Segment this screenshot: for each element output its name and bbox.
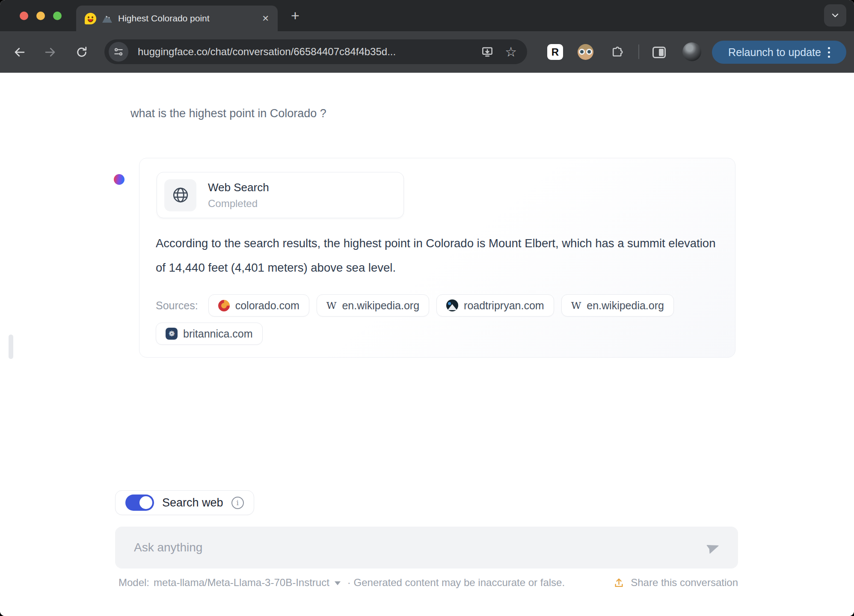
huggingchat-favicon-icon xyxy=(85,13,96,24)
share-label: Share this conversation xyxy=(631,577,738,589)
sidebar-drag-handle[interactable] xyxy=(9,335,13,359)
colorado-favicon-icon xyxy=(216,297,232,314)
toolbar-divider xyxy=(638,44,639,59)
browser-menu-icon[interactable] xyxy=(828,47,830,58)
maximize-window-button[interactable] xyxy=(53,12,62,20)
back-arrow-icon xyxy=(13,46,26,59)
source-chip-wikipedia-1[interactable]: W en.wikipedia.org xyxy=(317,294,429,317)
send-button[interactable] xyxy=(706,541,720,554)
wikipedia-favicon-icon: W xyxy=(326,300,337,311)
share-upload-icon xyxy=(613,577,625,589)
search-web-label: Search web xyxy=(162,496,223,509)
browser-window: Highest Colorado point ✕ + xyxy=(0,0,854,616)
source-chip-colorado[interactable]: colorado.com xyxy=(208,294,309,317)
paper-plane-icon xyxy=(704,539,722,556)
chevron-down-icon xyxy=(830,10,840,21)
back-button[interactable] xyxy=(10,43,29,62)
site-settings-button[interactable] xyxy=(109,42,128,62)
source-domain: britannica.com xyxy=(183,328,253,340)
extension-memoji-button[interactable] xyxy=(578,44,593,60)
tab-highest-colorado-point[interactable]: Highest Colorado point ✕ xyxy=(76,6,278,31)
side-panel-icon xyxy=(652,47,666,58)
source-domain: colorado.com xyxy=(235,299,299,312)
minimize-window-button[interactable] xyxy=(36,12,45,20)
forward-button[interactable] xyxy=(41,43,59,62)
source-domain: roadtripryan.com xyxy=(464,299,544,312)
browser-toolbar: huggingface.co/chat/conversation/6658440… xyxy=(0,31,854,73)
urlbar-actions: ☆ xyxy=(481,45,523,59)
browser-profile-avatar[interactable] xyxy=(682,42,701,61)
tool-title: Web Search xyxy=(208,181,269,194)
assistant-answer-text: According to the search results, the hig… xyxy=(156,231,725,280)
reload-button[interactable] xyxy=(72,43,91,62)
tab-close-icon[interactable]: ✕ xyxy=(262,13,269,24)
model-dropdown-caret-icon xyxy=(335,581,341,585)
bookmark-star-icon[interactable]: ☆ xyxy=(505,45,517,59)
mountain-favicon-icon xyxy=(102,13,113,24)
forward-arrow-icon xyxy=(44,46,56,59)
globe-icon xyxy=(171,186,190,204)
relaunch-label: Relaunch to update xyxy=(728,46,821,59)
source-domain: en.wikipedia.org xyxy=(342,299,419,312)
huggingchat-page: what is the highest point in Colorado ? … xyxy=(0,73,854,616)
tool-status: Completed xyxy=(208,198,269,210)
close-window-button[interactable] xyxy=(20,12,28,20)
roadtripryan-favicon-icon xyxy=(446,299,458,311)
globe-icon-tile xyxy=(164,179,196,211)
tune-icon xyxy=(113,46,124,57)
extensions-button[interactable] xyxy=(608,43,626,62)
url-bar[interactable]: huggingface.co/chat/conversation/6658440… xyxy=(104,39,527,64)
tab-search-chevron-button[interactable] xyxy=(824,4,846,27)
extension-r-letter: R xyxy=(552,46,559,58)
side-panel-button[interactable] xyxy=(649,43,668,62)
search-web-toggle[interactable] xyxy=(125,495,154,511)
disclaimer-text: · Generated content may be inaccurate or… xyxy=(347,577,565,589)
source-chip-britannica[interactable]: ❁ britannica.com xyxy=(156,323,263,345)
info-icon[interactable]: i xyxy=(231,497,244,509)
sources-row: Sources: colorado.com W en.wikipedia.org… xyxy=(156,294,725,345)
model-name: meta-llama/Meta-Llama-3-70B-Instruct xyxy=(154,577,329,589)
message-composer xyxy=(115,527,738,569)
assistant-avatar xyxy=(114,174,125,185)
url-text[interactable]: huggingface.co/chat/conversation/6658440… xyxy=(138,46,396,58)
toggle-knob xyxy=(139,496,152,509)
new-tab-button[interactable]: + xyxy=(286,6,305,25)
window-controls xyxy=(20,12,62,20)
puzzle-piece-icon xyxy=(611,46,623,59)
sources-label: Sources: xyxy=(156,299,198,312)
tab-strip: Highest Colorado point ✕ + xyxy=(0,0,854,31)
tab-title: Highest Colorado point xyxy=(118,13,256,24)
install-app-icon[interactable] xyxy=(481,45,494,58)
share-conversation-button[interactable]: Share this conversation xyxy=(613,577,738,589)
source-chip-roadtripryan[interactable]: roadtripryan.com xyxy=(436,294,554,317)
relaunch-to-update-button[interactable]: Relaunch to update xyxy=(712,41,846,64)
model-prefix: Model: xyxy=(119,577,149,589)
britannica-favicon-icon: ❁ xyxy=(166,328,178,340)
source-chip-wikipedia-2[interactable]: W en.wikipedia.org xyxy=(561,294,674,317)
wikipedia-favicon-icon: W xyxy=(571,300,581,311)
extension-r-button[interactable]: R xyxy=(547,44,563,60)
web-search-tool-card[interactable]: Web Search Completed xyxy=(157,172,404,218)
chat-input[interactable] xyxy=(115,541,706,554)
source-domain: en.wikipedia.org xyxy=(587,299,664,312)
chat-footer: Model: meta-llama/Meta-Llama-3-70B-Instr… xyxy=(119,577,738,589)
user-message: what is the highest point in Colorado ? xyxy=(130,107,326,120)
search-web-toggle-group: Search web i xyxy=(115,490,254,515)
reload-icon xyxy=(75,46,88,59)
assistant-message-card: Web Search Completed According to the se… xyxy=(139,158,735,358)
model-selector[interactable]: Model: meta-llama/Meta-Llama-3-70B-Instr… xyxy=(119,577,341,589)
